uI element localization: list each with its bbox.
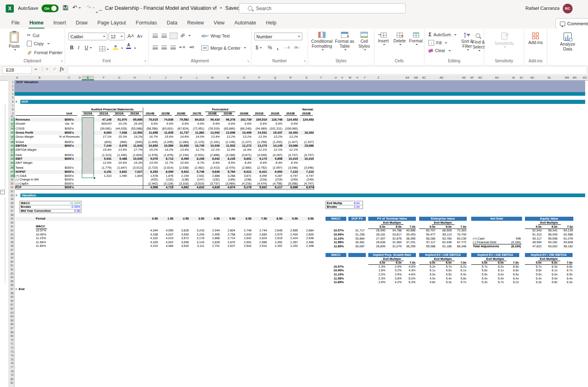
- column-header-U[interactable]: U: [334, 75, 337, 80]
- dcf-collapse-marker[interactable]: X: [15, 100, 17, 104]
- row-header-77[interactable]: 77: [8, 365, 13, 369]
- merge-center-button[interactable]: Merge & Center: [201, 45, 246, 51]
- underline-button[interactable]: U: [85, 45, 92, 51]
- column-header-AI[interactable]: AI: [512, 75, 515, 80]
- align-top-icon[interactable]: [153, 34, 158, 38]
- tab-page-layout[interactable]: Page Layout: [92, 18, 131, 28]
- bold-button[interactable]: B: [70, 45, 74, 51]
- search-box[interactable]: Search: [239, 3, 406, 13]
- customize-toolbar-icon[interactable]: [99, 5, 102, 13]
- shrink-font-button[interactable]: A˅: [137, 34, 143, 39]
- align-middle-icon[interactable]: [162, 34, 167, 38]
- font-dialog-launcher-icon[interactable]: ↘: [144, 59, 146, 63]
- row-header-80[interactable]: 80: [8, 377, 13, 381]
- row-header-28[interactable]: 28: [8, 174, 13, 178]
- row-label[interactable]: (+) D&A: [15, 174, 26, 178]
- row-header-62[interactable]: 62: [8, 307, 13, 310]
- row-unit[interactable]: Var. %: [59, 122, 79, 126]
- row-header-47[interactable]: 47: [8, 248, 13, 252]
- column-header-C[interactable]: C: [68, 75, 70, 80]
- number-format-select[interactable]: Number: [254, 33, 302, 40]
- table-cell-ev-24[interactable]: 6.4x: [500, 277, 519, 281]
- tab-formulas[interactable]: Formulas: [131, 18, 162, 28]
- row-header-16[interactable]: 16: [8, 135, 13, 139]
- row-header-5[interactable]: 5: [8, 96, 13, 99]
- assumption-label[interactable]: Mid Year Convention: [21, 209, 51, 213]
- year-header-2030E-10[interactable]: 2030E: [237, 112, 251, 116]
- row-label[interactable]: (-) CapEx: [15, 182, 28, 186]
- cell-value[interactable]: 12.1%: [279, 148, 298, 152]
- column-header-V[interactable]: V: [341, 75, 343, 80]
- grow-font-button[interactable]: A˄: [127, 33, 134, 39]
- period-wacc-rate[interactable]: 10.57%: [36, 229, 46, 233]
- column-header-AA[interactable]: AA: [405, 75, 409, 80]
- row-label[interactable]: EBITDA: [15, 144, 27, 148]
- row-header-10[interactable]: 10: [8, 115, 13, 117]
- row-header-18[interactable]: 18: [8, 140, 13, 144]
- row-header-72[interactable]: 72: [8, 346, 13, 350]
- row-header-76[interactable]: 76: [8, 361, 13, 365]
- paste-button[interactable]: Paste: [5, 29, 24, 51]
- alignment-dialog-launcher-icon[interactable]: ↘: [247, 59, 249, 63]
- column-header-AD[interactable]: AD: [439, 75, 444, 80]
- format-cells-button[interactable]: Format: [408, 30, 424, 45]
- delete-cells-button[interactable]: ✕ Delete: [391, 30, 408, 45]
- cell-value[interactable]: 16,393: [295, 131, 314, 135]
- year-header-2026E-6[interactable]: 2026E: [174, 112, 188, 116]
- orientation-icon[interactable]: ab: [179, 32, 186, 38]
- column-header-AG[interactable]: AG: [478, 75, 482, 80]
- table-cell-perp-growth[interactable]: 5.0%: [397, 277, 415, 281]
- assumption-label[interactable]: Breaks: [21, 205, 31, 209]
- borders-button[interactable]: [99, 46, 109, 53]
- name-box-chevron-icon[interactable]: [35, 69, 37, 70]
- row-unit[interactable]: $000's: [59, 185, 79, 189]
- column-header-S[interactable]: S: [306, 75, 308, 80]
- font-size-select[interactable]: 12: [109, 33, 125, 40]
- column-header-M[interactable]: M: [211, 75, 214, 80]
- table-cell-ev-24[interactable]: 6.8x: [500, 265, 519, 269]
- row-label[interactable]: FCF: [15, 185, 22, 189]
- period-wacc-rate[interactable]: 10.90%: [36, 233, 46, 237]
- cell-value[interactable]: (4,747): [295, 182, 314, 186]
- row-header-36[interactable]: 36: [8, 205, 13, 209]
- table-cell-pv-terminal[interactable]: 40,586: [397, 229, 415, 233]
- wacc-rate-top[interactable]: 10.57%: [325, 229, 344, 233]
- dcf-section-band[interactable]: [20, 100, 585, 104]
- column-header-AE[interactable]: AE: [462, 75, 466, 80]
- column-header-AC[interactable]: AC: [422, 75, 426, 80]
- outline-collapse-button[interactable]: −: [0, 190, 5, 194]
- end-collapse-marker[interactable]: x: [15, 287, 17, 291]
- row-header-27[interactable]: 27: [8, 170, 13, 174]
- period-cell[interactable]: 2,398: [295, 244, 314, 248]
- wacc-rate-bottom[interactable]: 10.57%: [325, 265, 344, 269]
- valuation-collapse-marker[interactable]: X: [15, 194, 17, 198]
- year-header-2033E-14[interactable]: 2033E: [299, 112, 314, 116]
- row-header-19[interactable]: 19: [8, 144, 13, 147]
- sheet-title-band[interactable]: [15, 80, 585, 92]
- row-header-29[interactable]: 29: [8, 178, 13, 181]
- row-header-32[interactable]: 32: [8, 189, 13, 193]
- accounting-format-button[interactable]: $: [256, 45, 262, 51]
- netdebt-value[interactable]: 996: [502, 237, 521, 241]
- table-cell-ev-24[interactable]: 6.5x: [500, 273, 519, 277]
- cut-button[interactable]: ✂Cut: [27, 33, 39, 38]
- table-cell-enterprise[interactable]: 72,303: [448, 229, 466, 233]
- row-header-20[interactable]: 20: [8, 148, 13, 152]
- year-header-2025E-5[interactable]: 2025E: [158, 112, 173, 116]
- netdebt-value[interactable]: (9,160): [502, 240, 521, 244]
- teal-divider-band[interactable]: [15, 92, 585, 96]
- row-header-59[interactable]: 59: [8, 295, 13, 299]
- row-header-35[interactable]: 35: [8, 201, 13, 205]
- period-cell[interactable]: 2,466: [295, 240, 314, 244]
- column-header-AK[interactable]: AK: [530, 75, 534, 80]
- column-header-R[interactable]: R: [289, 75, 291, 80]
- tab-review[interactable]: Review: [182, 18, 209, 28]
- table-cell-ev-25[interactable]: 6.3x: [554, 280, 573, 284]
- dcfpv-value[interactable]: 30,481: [346, 240, 365, 244]
- sheet-title[interactable]: DCF Valuation: [16, 80, 38, 84]
- table-cell-pv-terminal[interactable]: 38,355: [397, 237, 415, 241]
- column-header-AL[interactable]: AL: [548, 75, 551, 80]
- row-unit[interactable]: % of Revenues: [59, 135, 79, 139]
- period-wacc-rate[interactable]: 11.89%: [36, 244, 46, 248]
- row-label[interactable]: D&A: [15, 153, 22, 157]
